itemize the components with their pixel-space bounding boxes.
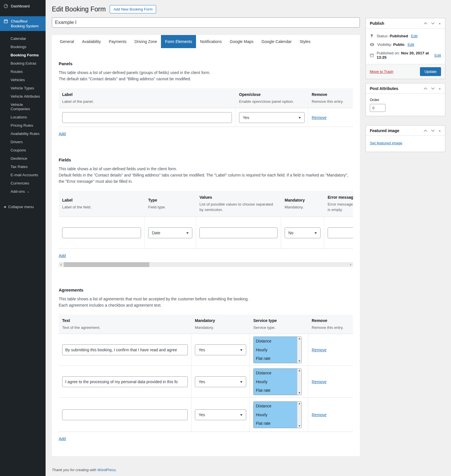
sidebar-item-booking-extras[interactable]: Booking Extras (0, 59, 46, 67)
move-down-icon[interactable] (431, 87, 435, 90)
move-up-icon[interactable] (424, 87, 427, 90)
post-title-input[interactable] (52, 17, 360, 28)
panel-remove-link[interactable]: Remove (312, 115, 326, 120)
scroll-right-arrow-icon[interactable]: › (348, 262, 353, 267)
agreement-service-type-listbox[interactable]: Distance Hourly Flat rate (253, 337, 302, 363)
tab-availability[interactable]: Availability (78, 35, 105, 48)
option-hourly[interactable]: Hourly (254, 410, 297, 419)
agreement-text-input[interactable] (62, 409, 188, 420)
sidebar-item-vehicles[interactable]: Vehicles (0, 76, 46, 84)
sidebar-item-locations[interactable]: Locations (0, 113, 46, 121)
agreement-text-input[interactable] (62, 344, 188, 355)
agreement-text-input[interactable] (62, 376, 188, 387)
tab-form-elements[interactable]: Form Elements (161, 35, 196, 48)
tab-driving-zone[interactable]: Driving Zone (130, 35, 161, 48)
option-hourly[interactable]: Hourly (254, 345, 297, 354)
move-down-icon[interactable] (431, 130, 435, 132)
tab-styles[interactable]: Styles (296, 35, 315, 48)
scroll-down-arrow-icon[interactable] (299, 360, 300, 362)
toggle-panel-icon[interactable]: ▲ (438, 87, 441, 90)
update-button[interactable]: Update (420, 67, 441, 76)
tab-notifications[interactable]: Notifications (196, 35, 226, 48)
sidebar-item-bookings[interactable]: Bookings (0, 43, 46, 51)
scroll-up-arrow-icon[interactable] (299, 370, 300, 371)
option-distance[interactable]: Distance (254, 369, 297, 377)
add-new-booking-form-button[interactable]: Add New Booking Form (110, 5, 156, 13)
sidebar-item-email-accounts[interactable]: E-mail Accounts (0, 171, 46, 179)
publish-panel-title: Publish (370, 21, 384, 26)
move-up-icon[interactable] (424, 130, 427, 132)
option-flat-rate[interactable]: Flat rate (254, 354, 297, 363)
tab-google-calendar[interactable]: Google Calendar (258, 35, 296, 48)
sidebar-item-chauffeur-booking-system[interactable]: ChauffeurBooking System (0, 16, 46, 31)
scroll-down-arrow-icon[interactable] (299, 392, 300, 394)
move-down-icon[interactable] (431, 22, 435, 24)
agreement-remove-link[interactable]: Remove (312, 379, 326, 384)
listbox-scrollbar[interactable] (297, 369, 301, 395)
collapse-menu-button[interactable]: ◀ Collapse menu (0, 202, 46, 212)
tab-payments[interactable]: Payments (105, 35, 130, 48)
option-flat-rate[interactable]: Flat rate (254, 419, 297, 428)
agreement-mandatory-select[interactable]: Yes (195, 344, 246, 355)
order-input[interactable] (370, 104, 385, 112)
field-type-select[interactable]: Date (148, 227, 192, 238)
agreements-add-link[interactable]: Add (59, 436, 66, 441)
sidebar-item-add-ons[interactable]: Add-ons → (0, 187, 46, 196)
post-attributes-title: Post Attributes (370, 86, 398, 91)
move-to-trash-link[interactable]: Move to Trash (370, 69, 393, 74)
sidebar-item-calendar[interactable]: Calendar (0, 34, 46, 43)
wordpress-link[interactable]: WordPress (97, 468, 116, 472)
panel-label-input[interactable] (62, 112, 232, 123)
agreement-remove-link[interactable]: Remove (312, 413, 326, 417)
field-label-input[interactable] (62, 227, 141, 238)
agreement-remove-link[interactable]: Remove (312, 348, 326, 352)
sidebar-item-pricing-rules[interactable]: Pricing Rules (0, 121, 46, 130)
sidebar-item-availability-rules[interactable]: Availability Rules (0, 130, 46, 138)
scroll-up-arrow-icon[interactable] (299, 338, 300, 339)
listbox-scrollbar[interactable] (297, 337, 301, 363)
toggle-panel-icon[interactable]: ▲ (438, 22, 441, 25)
sidebar-item-booking-forms[interactable]: Booking Forms (0, 51, 46, 59)
agreement-mandatory-select[interactable]: Yes (195, 376, 246, 387)
panel-open-close-select[interactable]: Yes (239, 112, 305, 123)
field-mandatory-select[interactable]: No (285, 227, 321, 238)
option-distance[interactable]: Distance (254, 402, 297, 411)
edit-published-on-link[interactable]: Edit (434, 53, 441, 58)
edit-status-link[interactable]: Edit (411, 34, 417, 38)
option-flat-rate[interactable]: Flat rate (254, 386, 297, 395)
tab-google-maps[interactable]: Google Maps (226, 35, 258, 48)
sidebar-item-drivers[interactable]: Drivers (0, 138, 46, 146)
scroll-left-arrow-icon[interactable]: ‹ (59, 262, 64, 267)
sidebar-item-geofence[interactable]: Geofence (0, 154, 46, 163)
listbox-scrollbar[interactable] (297, 402, 301, 428)
set-featured-image-link[interactable]: Set featured image (370, 141, 402, 145)
sidebar-item-coupons[interactable]: Coupons (0, 146, 46, 154)
sidebar-item-routes[interactable]: Routes (0, 67, 46, 76)
option-distance[interactable]: Distance (254, 337, 297, 346)
tab-general[interactable]: General (56, 35, 78, 48)
option-hourly[interactable]: Hourly (254, 377, 297, 386)
scroll-up-arrow-icon[interactable] (299, 403, 300, 404)
field-error-message-input[interactable] (328, 227, 353, 238)
order-label: Order (370, 98, 379, 102)
toggle-panel-icon[interactable]: ▲ (438, 129, 441, 132)
panels-add-link[interactable]: Add (59, 132, 66, 136)
sidebar-item-vehicle-attributes[interactable]: Vehicle Attributes (0, 92, 46, 100)
sidebar-item-dashboard[interactable]: Dashboard (0, 0, 46, 12)
scrollbar-thumb[interactable] (64, 262, 149, 267)
sidebar-item-vehicle-types[interactable]: Vehicle Types (0, 84, 46, 92)
scroll-down-arrow-icon[interactable] (299, 425, 300, 427)
sidebar-item-tax-rates[interactable]: Tax Rates (0, 163, 46, 171)
post-attributes-panel: Post Attributes ▲ Order (366, 83, 445, 116)
fields-horizontal-scrollbar[interactable]: ‹ › (59, 262, 353, 267)
move-up-icon[interactable] (424, 22, 427, 24)
fields-add-link[interactable]: Add (59, 253, 66, 258)
agreement-service-type-listbox[interactable]: Distance Hourly Flat rate (253, 368, 302, 395)
panels-col-open-close: Open/close (239, 92, 305, 97)
sidebar-item-currencies[interactable]: Currencies (0, 179, 46, 187)
edit-visibility-link[interactable]: Edit (408, 42, 414, 47)
sidebar-item-vehicle-companies[interactable]: Vehicle Companies (0, 100, 46, 113)
field-values-input[interactable] (199, 227, 277, 238)
agreement-mandatory-select[interactable]: Yes (195, 409, 246, 420)
agreement-service-type-listbox[interactable]: Distance Hourly Flat rate (253, 401, 302, 428)
